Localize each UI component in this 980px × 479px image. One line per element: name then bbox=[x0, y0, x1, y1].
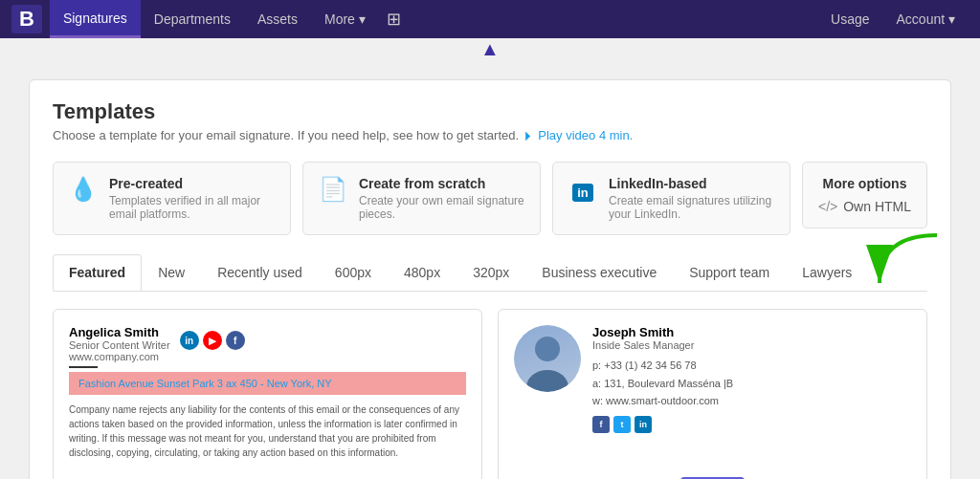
linkedin-social-icon: in bbox=[180, 331, 199, 350]
sig1-divider bbox=[69, 366, 98, 368]
linkedin-option[interactable]: in LinkedIn-based Create email signature… bbox=[552, 162, 791, 235]
sig1-website: www.company.com bbox=[69, 351, 170, 362]
filter-tabs: Featured New Recently used 600px 480px 3… bbox=[53, 254, 927, 292]
sig2-contact-details: p: +33 (1) 42 34 56 78 a: 131, Boulevard… bbox=[592, 357, 733, 410]
own-html-label: Own HTML bbox=[843, 199, 911, 214]
brand-logo: B bbox=[11, 5, 42, 33]
nav-pointer bbox=[0, 38, 980, 60]
template-options-row: 💧 Pre-created Templates verified in all … bbox=[53, 162, 927, 235]
template-card-2: Joseph Smith Inside Sales Manager p: +33… bbox=[498, 309, 927, 479]
from-scratch-option[interactable]: 📄 Create from scratch Create your own em… bbox=[302, 162, 541, 235]
twitter-social-icon: t bbox=[613, 416, 631, 433]
linkedin-text: LinkedIn-based Create email signatures u… bbox=[609, 176, 774, 221]
templates-grid: Angelica Smith Senior Content Writer www… bbox=[53, 309, 927, 479]
sig2-details: Joseph Smith Inside Sales Manager p: +33… bbox=[592, 325, 733, 433]
sig1-social-icons: in ▶ f bbox=[180, 331, 245, 350]
person-silhouette-icon bbox=[514, 325, 581, 392]
sig2-gradient-fade bbox=[499, 448, 926, 477]
template-card-1-body: Angelica Smith Senior Content Writer www… bbox=[54, 310, 481, 475]
facebook-social-icon: f bbox=[226, 331, 245, 350]
green-arrow-icon bbox=[851, 226, 956, 302]
play-video-link[interactable]: Play video 4 min. bbox=[538, 128, 633, 142]
tab-recently-used[interactable]: Recently used bbox=[201, 254, 319, 291]
linkedin-title: LinkedIn-based bbox=[609, 176, 774, 191]
nav-item-signatures[interactable]: Signatures bbox=[50, 0, 141, 38]
sig2-avatar bbox=[514, 325, 581, 392]
facebook-social-icon-2: f bbox=[592, 416, 610, 433]
sig1-banner: Fashion Avenue Sunset Park 3 ax 450 - Ne… bbox=[69, 372, 466, 395]
more-options-wrapper: More options </> Own HTML bbox=[802, 162, 927, 235]
template-card-1: Angelica Smith Senior Content Writer www… bbox=[53, 309, 482, 479]
sig2-name: Joseph Smith bbox=[592, 325, 733, 339]
page-subtitle: Choose a template for your email signatu… bbox=[53, 128, 927, 142]
pre-created-option[interactable]: 💧 Pre-created Templates verified in all … bbox=[53, 162, 291, 235]
svg-point-1 bbox=[535, 337, 560, 361]
tab-320px[interactable]: 320px bbox=[457, 254, 525, 291]
linkedin-icon: in bbox=[568, 176, 597, 203]
tab-featured[interactable]: Featured bbox=[53, 254, 142, 291]
from-scratch-desc: Create your own email signature pieces. bbox=[359, 194, 524, 221]
sig2-wrapper: Joseph Smith Inside Sales Manager p: +33… bbox=[514, 325, 911, 433]
page-title: Templates bbox=[53, 99, 927, 124]
more-options-title: More options bbox=[823, 176, 907, 191]
nav-item-assets[interactable]: Assets bbox=[244, 0, 311, 38]
own-html-button[interactable]: </> Own HTML bbox=[818, 199, 911, 214]
avatar-image bbox=[514, 325, 581, 392]
sig1-job-title: Senior Content Writer bbox=[69, 339, 170, 351]
youtube-social-icon: ▶ bbox=[203, 331, 222, 350]
sig2-phone: p: +33 (1) 42 34 56 78 bbox=[592, 357, 733, 375]
tab-business-executive[interactable]: Business executive bbox=[525, 254, 673, 291]
pre-created-title: Pre-created bbox=[109, 176, 275, 191]
sig2-website: w: www.smart-outdoor.com bbox=[592, 392, 733, 410]
from-scratch-text: Create from scratch Create your own emai… bbox=[359, 176, 524, 221]
sig1-header: Angelica Smith Senior Content Writer www… bbox=[69, 325, 466, 372]
linkedin-desc: Create email signatures utilizing your L… bbox=[609, 194, 774, 221]
code-icon: </> bbox=[818, 199, 837, 214]
droplet-icon: 💧 bbox=[69, 176, 98, 203]
nav-item-more[interactable]: More ▾ bbox=[311, 0, 379, 38]
tab-support-team[interactable]: Support team bbox=[673, 254, 786, 291]
tab-600px[interactable]: 600px bbox=[319, 254, 388, 291]
main-nav: B Signatures Departments Assets More ▾ ⊞… bbox=[0, 0, 980, 38]
nav-item-account[interactable]: Account ▾ bbox=[883, 0, 969, 38]
document-icon: 📄 bbox=[319, 176, 347, 203]
nav-item-usage[interactable]: Usage bbox=[817, 0, 882, 38]
pre-created-desc: Templates verified in all major email pl… bbox=[109, 194, 275, 221]
template-card-2-body: Joseph Smith Inside Sales Manager p: +33… bbox=[499, 310, 926, 448]
sig2-job-title: Inside Sales Manager bbox=[592, 339, 733, 351]
from-scratch-title: Create from scratch bbox=[359, 176, 524, 191]
sig1-info: Angelica Smith Senior Content Writer www… bbox=[69, 325, 170, 372]
sig2-address: a: 131, Boulevard Masséna |B bbox=[592, 375, 733, 393]
linkedin-social-icon-2: in bbox=[635, 416, 652, 433]
main-content: Templates Choose a template for your ema… bbox=[0, 60, 980, 479]
sig1-banner-link[interactable]: Fashion Avenue Sunset Park 3 ax 450 - Ne… bbox=[78, 378, 332, 389]
sig2-social-icons: f t in bbox=[592, 416, 733, 433]
tab-480px[interactable]: 480px bbox=[388, 254, 457, 291]
sig1-disclaimer: Company name rejects any liability for t… bbox=[69, 403, 466, 460]
sig1-gradient-fade bbox=[54, 475, 481, 479]
nav-add-button[interactable]: ⊞ bbox=[379, 9, 409, 30]
more-options-box: More options </> Own HTML bbox=[802, 162, 927, 229]
nav-item-departments[interactable]: Departments bbox=[141, 0, 244, 38]
sig1-name: Angelica Smith bbox=[69, 325, 170, 339]
nav-right-section: Usage Account ▾ bbox=[817, 0, 969, 38]
pre-created-text: Pre-created Templates verified in all ma… bbox=[109, 176, 275, 221]
templates-card: Templates Choose a template for your ema… bbox=[29, 79, 951, 479]
svg-point-2 bbox=[526, 370, 568, 392]
tab-new[interactable]: New bbox=[142, 254, 201, 291]
